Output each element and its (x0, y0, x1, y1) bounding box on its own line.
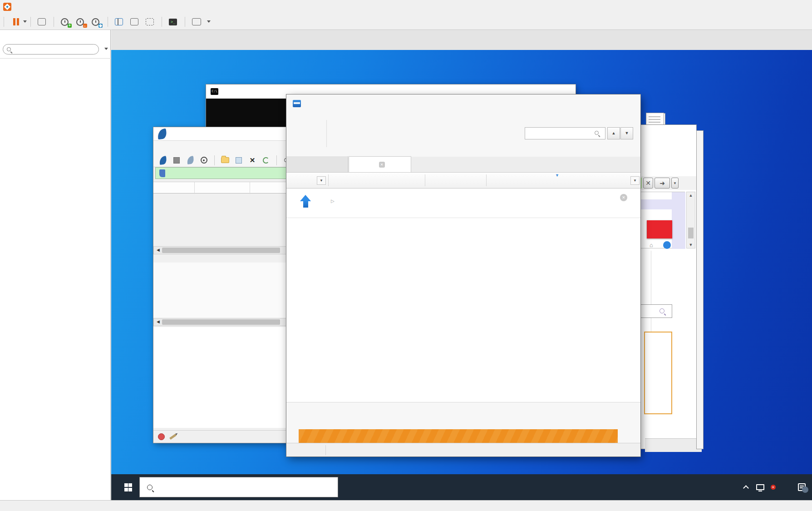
minimize-button[interactable] (765, 0, 782, 13)
column-divider[interactable] (328, 174, 329, 186)
close-file-icon[interactable]: ✕ (247, 155, 257, 165)
tab-scroll-nav[interactable] (799, 40, 808, 46)
chevron-down-icon[interactable] (207, 20, 211, 23)
status-divider (325, 445, 326, 455)
toolbar-separator (214, 155, 215, 165)
transfer-search-box[interactable] (525, 127, 605, 139)
scroll-left-icon[interactable]: ◄ (156, 319, 161, 324)
restart-capture-icon[interactable] (185, 155, 195, 165)
taskbar-search-box[interactable] (139, 477, 338, 497)
transfer-search-input[interactable] (525, 128, 593, 139)
save-file-icon[interactable] (234, 155, 244, 165)
vmware-workstation-window: + ← ◆ >_ (0, 0, 812, 511)
snapshot-manager-button[interactable]: ◆ (92, 17, 101, 26)
background-windows-fragment: ✕ ➜ ▼ ▲ ▼ ⌂ (634, 113, 703, 449)
capture-options-icon[interactable] (199, 155, 209, 165)
system-tray: ✕ (740, 474, 812, 500)
partial-window: ✕ ➜ ▼ ▲ ▼ ⌂ (640, 125, 696, 449)
toolbar-separator (185, 17, 185, 27)
transfer-maximize-button[interactable] (592, 96, 615, 111)
chevron-down-icon[interactable] (23, 20, 27, 23)
expand-icon[interactable]: ▷ (331, 198, 335, 203)
tab-session[interactable]: ✕ (349, 156, 411, 172)
column-divider[interactable] (194, 182, 195, 194)
transfer-list-header: ▼ ▼ ▼ (286, 173, 640, 189)
window-edge-fragment (697, 131, 703, 449)
vmware-statusbar (0, 500, 812, 511)
toolbar-separator (30, 17, 31, 27)
tab-all-connections[interactable] (286, 156, 348, 172)
open-file-icon[interactable] (220, 155, 230, 165)
id-text-fragment (675, 276, 677, 277)
search-dropdown-icon[interactable] (104, 48, 108, 50)
notification-badge (802, 486, 808, 493)
vm-tabbar (111, 30, 812, 50)
transfer-app-icon (293, 100, 301, 107)
remove-item-icon[interactable]: ✕ (620, 194, 627, 201)
scroll-down-icon[interactable]: ▼ (687, 243, 695, 247)
type-filter-dropdown[interactable]: ▼ (317, 176, 326, 185)
revert-snapshot-button[interactable]: ← (76, 17, 85, 26)
partial-search-box[interactable] (640, 304, 672, 318)
capture-status-icon[interactable] (158, 433, 165, 440)
start-capture-icon[interactable] (158, 155, 168, 165)
packet-row-fragment[interactable] (640, 199, 685, 209)
help-icon[interactable] (663, 241, 671, 249)
scrollbar-thumb[interactable] (162, 319, 280, 325)
dropdown-strip (645, 438, 702, 452)
scroll-up-icon[interactable]: ▲ (687, 193, 695, 198)
fullscreen-button[interactable] (146, 17, 155, 26)
transfer-row[interactable]: ▷ ✕ (286, 189, 640, 218)
tab-close-icon[interactable]: ✕ (379, 162, 385, 168)
columns-dropdown[interactable]: ▼ (630, 176, 640, 185)
show-library-button[interactable] (115, 17, 124, 26)
clear-filter-icon[interactable]: ✕ (643, 178, 653, 189)
error-close-button[interactable] (647, 220, 672, 238)
search-icon (7, 47, 11, 51)
filter-bookmark-icon[interactable] (159, 169, 165, 177)
network-icon[interactable] (756, 484, 764, 490)
partial-close-button[interactable] (678, 129, 694, 140)
toolbar-separator (4, 17, 4, 27)
scrollbar-thumb[interactable] (688, 228, 694, 238)
windows-logo-icon (124, 483, 132, 491)
search-prev-button[interactable]: ▲ (607, 127, 620, 139)
transfer-toolbar: ▲ ▼ (286, 113, 640, 157)
partial-maximize-button[interactable] (662, 129, 678, 140)
show-console-view-button[interactable] (130, 17, 139, 26)
library-search-box[interactable] (3, 44, 99, 55)
tray-expand-icon[interactable] (743, 485, 749, 491)
filter-dropdown-icon[interactable]: ▼ (671, 178, 679, 189)
take-snapshot-button[interactable]: + (61, 17, 70, 26)
send-ctrl-alt-del-button[interactable] (38, 17, 47, 26)
partial-vscrollbar[interactable]: ▲ ▼ (686, 192, 695, 248)
reload-icon[interactable] (261, 155, 271, 165)
transfer-summary-panel (286, 402, 640, 429)
search-next-button[interactable]: ▼ (620, 127, 633, 139)
transfer-minimize-button[interactable] (570, 96, 592, 111)
search-input[interactable] (14, 46, 95, 53)
wireshark-fin-icon (157, 128, 167, 139)
column-divider[interactable] (486, 174, 487, 186)
apply-filter-icon[interactable]: ➜ (655, 178, 670, 189)
column-divider[interactable] (250, 182, 250, 194)
toolbar-separator (54, 17, 54, 27)
transfer-close-button[interactable] (615, 96, 638, 111)
toolbar-separator (162, 17, 162, 27)
stretch-guest-button[interactable] (192, 17, 201, 26)
close-button[interactable] (795, 0, 812, 13)
action-center-icon[interactable] (798, 483, 806, 491)
ad-banner[interactable] (299, 429, 618, 443)
scrollbar-thumb[interactable] (162, 248, 280, 253)
stop-capture-icon[interactable] (172, 155, 182, 165)
taskbar-search-input[interactable] (158, 483, 338, 491)
search-icon (595, 131, 599, 135)
edit-capture-comment-icon[interactable] (169, 434, 177, 440)
pause-vm-button[interactable] (13, 18, 27, 25)
start-button[interactable] (118, 474, 138, 500)
column-divider[interactable] (425, 174, 425, 186)
console-button[interactable]: >_ (169, 17, 178, 26)
home-icon[interactable]: ⌂ (650, 242, 653, 248)
scroll-left-icon[interactable]: ◄ (156, 247, 161, 253)
windows-taskbar: ✕ (111, 474, 812, 500)
